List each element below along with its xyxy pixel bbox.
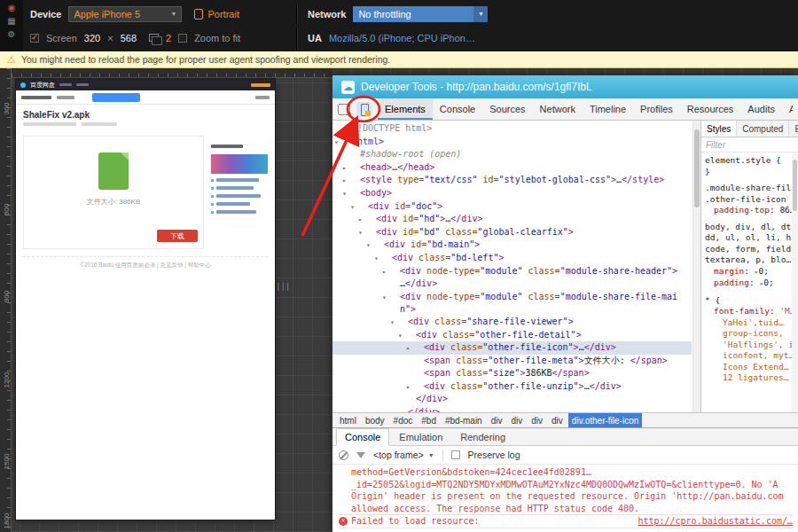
breadcrumb-item[interactable]: body — [362, 413, 388, 427]
dom-tree-node[interactable]: ▾<html> — [332, 136, 692, 149]
style-rule-line[interactable]: 12 ligatures… — [705, 372, 798, 384]
clear-console-icon[interactable] — [339, 450, 348, 460]
style-rule-line[interactable]: padding: ▸0; — [705, 278, 798, 290]
sidebar-tab-event-listeners[interactable]: Event Listeners — [789, 121, 798, 137]
device-pixel-ratio-value[interactable]: 2 — [166, 33, 171, 43]
dom-tree-node[interactable]: <span class="other-file-meta">文件大小: </sp… — [332, 355, 692, 368]
style-rule-line[interactable]: font-family: 'M… — [705, 306, 798, 317]
dom-tree-node[interactable]: </div> — [332, 406, 692, 412]
devtools-tab-adblock[interactable]: Adblock — [782, 98, 793, 120]
style-rule-line[interactable]: element.style { — [705, 155, 798, 167]
expand-arrow-icon[interactable]: ▾ — [343, 137, 352, 149]
grid-icon[interactable]: ▦ — [7, 17, 15, 26]
dom-tree-node[interactable]: <!DOCTYPE html> — [332, 122, 692, 136]
scrollbar-thumb[interactable] — [793, 160, 797, 211]
expand-arrow-icon[interactable]: ▸ — [415, 342, 424, 355]
breadcrumb-item[interactable]: html — [336, 413, 360, 427]
dom-tree-node[interactable]: ▾<div class="other-file-detail"> — [332, 329, 692, 342]
style-rule-line[interactable]: .module-share-fil — [705, 183, 798, 194]
ad-link[interactable] — [211, 210, 268, 214]
scrollbar[interactable] — [792, 153, 798, 412]
dom-tree-node[interactable]: ▾<div id="doc"> — [332, 200, 692, 214]
devtools-tab-network[interactable]: Network — [533, 98, 583, 120]
expand-arrow-icon[interactable]: ▾ — [351, 188, 360, 200]
style-rule-line[interactable]: dd, ul, ol, li, h1, — [705, 232, 798, 244]
drawer-tab-emulation[interactable]: Emulation — [391, 428, 450, 445]
dom-tree-node[interactable]: <span class="size">386KB</span> — [332, 367, 692, 380]
style-rule-line[interactable]: padding-top: 86… — [705, 205, 798, 216]
expand-arrow-icon[interactable]: ▾ — [391, 292, 400, 304]
devtools-tab-console[interactable]: Console — [433, 98, 482, 120]
scrollbar-thumb[interactable] — [694, 129, 700, 207]
sidebar-tab-computed[interactable]: Computed — [737, 121, 789, 137]
dom-tree-node[interactable]: ▾<div id="bd" class="global-clearfix"> — [332, 226, 692, 239]
style-rule-line[interactable]: YaHei',tuid… — [705, 317, 798, 329]
download-button[interactable]: 下载 — [157, 230, 198, 242]
screen-width-field[interactable]: 320 — [84, 33, 100, 43]
expand-arrow-icon[interactable]: ▾ — [399, 317, 408, 329]
drawer-tab-rendering[interactable]: Rendering — [452, 428, 513, 445]
dom-tree-node[interactable]: ▾<div class="bd-left"> — [332, 252, 692, 265]
breadcrumb-item[interactable]: #doc — [390, 413, 417, 427]
device-select[interactable]: Apple iPhone 5 ▼ — [68, 6, 182, 22]
devtools-tab-audits[interactable]: Audits — [740, 98, 782, 120]
devtools-tab-sources[interactable]: Sources — [482, 98, 532, 120]
dom-tree-node[interactable]: ▾<body> — [332, 187, 692, 200]
expand-arrow-icon[interactable]: ▾ — [367, 227, 376, 239]
nav-link-placeholder[interactable] — [59, 83, 72, 86]
style-rule-line[interactable]: .other-file-icon { — [705, 194, 798, 206]
inspect-element-icon[interactable] — [338, 104, 350, 115]
styles-filter[interactable]: Filter — [701, 137, 798, 153]
breadcrumb-item[interactable]: div — [507, 413, 526, 427]
dom-tree-node[interactable]: ▸<style type="text/css" id="stylebot-glo… — [332, 174, 692, 187]
expand-arrow-icon[interactable]: ▸ — [351, 175, 360, 187]
device-mode-icon[interactable] — [356, 102, 372, 117]
nav-link-placeholder[interactable] — [76, 83, 89, 86]
style-rule-line[interactable]: Icons Extend… — [705, 362, 798, 373]
network-throttling-select[interactable]: No throttling ▼ — [353, 6, 488, 22]
breadcrumb-item[interactable]: #bd-main — [442, 413, 486, 427]
devtools-tab-resources[interactable]: Resources — [680, 98, 741, 120]
screen-checkbox[interactable]: ✓ — [30, 34, 39, 43]
style-rule-line[interactable]: body, div, dl, dt, — [705, 222, 798, 233]
record-icon[interactable]: ◉ — [8, 4, 16, 12]
dom-tree-node[interactable]: ▾<div node-type="module" class="module-s… — [332, 291, 692, 316]
breadcrumb-item[interactable]: div — [488, 413, 506, 427]
expand-arrow-icon[interactable]: ▾ — [375, 239, 384, 252]
drawer-tab-console[interactable]: Console — [336, 428, 389, 446]
dom-tree-node[interactable]: ▸<div node-type="module" class="module-s… — [332, 265, 692, 278]
orientation-toggle[interactable]: Portrait — [194, 9, 239, 20]
resize-handle[interactable]: ||| — [276, 282, 290, 291]
dom-tree-node[interactable]: ▸<div class="other-file-icon">…</div> — [332, 341, 692, 355]
dom-tree-node[interactable]: ▸<div class="other-file-unzip">…</div> — [332, 380, 692, 394]
breadcrumb-item[interactable]: #bd — [418, 413, 440, 427]
expand-arrow-icon[interactable]: ▾ — [383, 253, 392, 265]
breadcrumb-item[interactable]: div — [528, 413, 546, 427]
resource-link[interactable]: http://cpro.baidustatic.com/… — [638, 515, 793, 528]
dom-tree-node[interactable]: #shadow-root (open) — [332, 148, 692, 161]
frame-selector[interactable]: <top frame> ▼ — [373, 450, 434, 460]
dom-tree-node[interactable]: ▾<div class="share-file-viewer"> — [332, 316, 692, 329]
expand-arrow-icon[interactable]: ▸ — [415, 381, 424, 394]
devtools-tab-timeline[interactable]: Timeline — [583, 98, 633, 120]
expand-arrow-icon[interactable]: ▾ — [359, 201, 368, 214]
dom-tree-node[interactable]: ▸<div id="hd">…</div> — [332, 213, 692, 226]
breadcrumb-item[interactable]: div — [548, 413, 567, 427]
devtools-tab-profiles[interactable]: Profiles — [633, 98, 680, 120]
expand-arrow-icon[interactable]: ▸ — [391, 266, 400, 278]
filter-icon[interactable] — [356, 452, 365, 458]
style-rule-line[interactable]: code, form, fieldse — [705, 244, 798, 255]
site-header-button[interactable] — [92, 93, 140, 102]
ad-banner[interactable] — [211, 154, 268, 174]
expand-arrow-icon[interactable]: ▾ — [407, 330, 416, 342]
style-rule-line[interactable]: textarea, p, blo… { — [705, 254, 798, 266]
nav-promo-placeholder[interactable] — [251, 83, 270, 87]
style-rule-line[interactable]: group-icons, — [705, 328, 798, 340]
ad-link[interactable] — [211, 186, 268, 190]
ad-link[interactable] — [211, 202, 268, 206]
expand-arrow-icon[interactable]: ▸ — [351, 162, 360, 175]
settings-icon[interactable]: ⚙ — [8, 30, 16, 39]
dom-tree-node[interactable]: ▾<div id="bd-main"> — [332, 239, 692, 252]
style-rule-line[interactable]: iconfont, myt… — [705, 350, 798, 362]
style-rule-line[interactable]: 'Halflings', i… — [705, 340, 798, 351]
